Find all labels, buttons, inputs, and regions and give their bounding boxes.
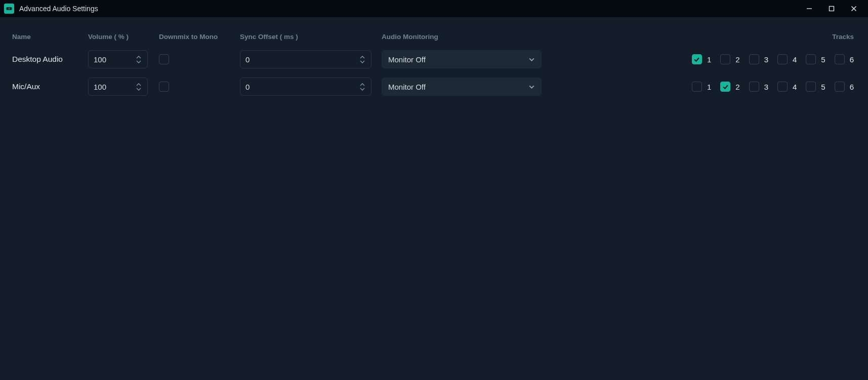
track-label: 2	[735, 55, 739, 64]
tracks-group: 1 2 3 4 5	[594, 82, 856, 92]
chevron-down-icon	[528, 51, 535, 68]
title-bar: Advanced Audio Settings	[0, 0, 868, 17]
track-label: 3	[764, 83, 768, 91]
track-checkbox-2[interactable]	[720, 54, 730, 64]
volume-input[interactable]: 100	[88, 78, 148, 96]
maximize-button[interactable]	[820, 0, 843, 17]
audio-monitoring-select[interactable]: Monitor Off	[382, 78, 542, 96]
track-checkbox-1[interactable]	[692, 82, 702, 92]
audio-monitoring-select[interactable]: Monitor Off	[382, 50, 542, 68]
volume-value: 100	[94, 55, 106, 64]
track-checkbox-5[interactable]	[806, 54, 816, 64]
track-checkbox-6[interactable]	[835, 54, 845, 64]
spinner-arrows-icon[interactable]	[360, 51, 368, 68]
svg-point-1	[10, 8, 11, 10]
content-area: Name Volume ( % ) Downmix to Mono Sync O…	[0, 17, 868, 380]
column-header-tracks: Tracks	[594, 27, 856, 46]
column-header-downmix: Downmix to Mono	[159, 27, 240, 46]
sync-offset-value: 0	[245, 55, 250, 64]
track-checkbox-1[interactable]	[692, 54, 702, 64]
sync-offset-input[interactable]: 0	[240, 78, 371, 96]
track-label: 3	[764, 55, 768, 64]
downmix-checkbox[interactable]	[159, 82, 169, 92]
chevron-down-icon	[528, 78, 535, 95]
track-checkbox-5[interactable]	[806, 82, 816, 92]
sync-offset-input[interactable]: 0	[240, 50, 371, 68]
track-label: 6	[850, 55, 854, 64]
spinner-arrows-icon[interactable]	[136, 51, 144, 68]
svg-rect-4	[830, 7, 834, 11]
close-button[interactable]	[843, 0, 865, 17]
column-header-audio-monitoring: Audio Monitoring	[382, 27, 594, 46]
audio-monitoring-value: Monitor Off	[388, 83, 426, 91]
svg-point-0	[7, 8, 9, 10]
track-label: 5	[821, 55, 825, 64]
source-name-label: Desktop Audio	[12, 55, 63, 64]
source-name-label: Mic/Aux	[12, 82, 40, 91]
track-label: 1	[707, 83, 711, 91]
track-checkbox-3[interactable]	[749, 82, 759, 92]
track-label: 5	[821, 83, 825, 91]
window-title: Advanced Audio Settings	[19, 5, 98, 13]
track-checkbox-4[interactable]	[777, 82, 788, 92]
track-label: 2	[735, 83, 739, 91]
volume-value: 100	[94, 83, 106, 91]
spinner-arrows-icon[interactable]	[136, 78, 144, 95]
minimize-button[interactable]	[798, 0, 820, 17]
track-checkbox-4[interactable]	[777, 54, 788, 64]
track-checkbox-2[interactable]	[720, 82, 730, 92]
sync-offset-value: 0	[245, 83, 250, 91]
downmix-checkbox[interactable]	[159, 54, 169, 64]
track-label: 4	[793, 83, 797, 91]
track-checkbox-3[interactable]	[749, 54, 759, 64]
audio-monitoring-value: Monitor Off	[388, 55, 426, 64]
spinner-arrows-icon[interactable]	[360, 78, 368, 95]
track-label: 6	[850, 83, 854, 91]
track-label: 4	[793, 55, 797, 64]
tracks-group: 1 2 3 4 5	[594, 54, 856, 64]
column-header-sync-offset: Sync Offset ( ms )	[240, 27, 382, 46]
track-label: 1	[707, 55, 711, 64]
column-header-volume: Volume ( % )	[88, 27, 159, 46]
app-icon	[4, 4, 14, 14]
volume-input[interactable]: 100	[88, 50, 148, 68]
track-checkbox-6[interactable]	[835, 82, 845, 92]
column-header-name: Name	[12, 27, 88, 46]
